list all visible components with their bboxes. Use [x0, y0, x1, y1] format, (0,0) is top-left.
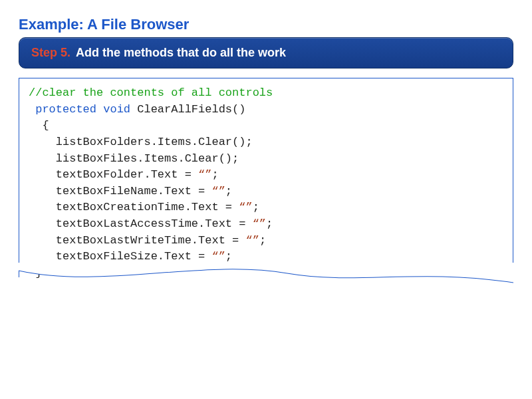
code-line: textBoxFileSize.Text = [56, 250, 212, 263]
kw-void: void [103, 103, 130, 116]
page-title: Example: A File Browser [19, 16, 513, 33]
code-text: //clear the contents of all controls pro… [29, 85, 503, 282]
semi: ; [266, 217, 273, 230]
semi: ; [211, 168, 218, 181]
brace-open: { [42, 119, 49, 132]
step-label: Step 5. [31, 46, 70, 60]
code-line: textBoxFolder.Text = [56, 168, 198, 181]
code-comment: //clear the contents of all controls [29, 86, 273, 99]
semi: ; [259, 234, 266, 247]
string-literal: “” [239, 201, 252, 213]
code-line: textBoxLastAccessTime.Text = [56, 217, 253, 230]
semi: ; [253, 201, 259, 213]
string-literal: “” [253, 217, 266, 230]
semi: ; [225, 250, 232, 263]
code-line: textBoxLastWriteTime.Text = [56, 234, 246, 247]
code-line: textBoxCreationTime.Text = [56, 201, 239, 213]
step-description: Add the methods that do all the work [76, 46, 286, 60]
step-header-bar: Step 5. Add the methods that do all the … [19, 37, 513, 68]
method-name: ClearAllFields() [137, 103, 245, 116]
string-literal: “” [211, 250, 225, 263]
string-literal: “” [211, 185, 225, 198]
kw-protected: protected [35, 103, 96, 116]
semi: ; [225, 185, 232, 198]
code-block: //clear the contents of all controls pro… [19, 78, 513, 277]
code-line: textBoxFileName.Text = [56, 185, 212, 198]
torn-edge-decoration [19, 263, 513, 292]
code-line: listBoxFolders.Items.Clear(); [56, 136, 253, 148]
string-literal: “” [245, 234, 259, 247]
code-line: listBoxFiles.Items.Clear(); [56, 152, 239, 165]
string-literal: “” [198, 168, 211, 181]
